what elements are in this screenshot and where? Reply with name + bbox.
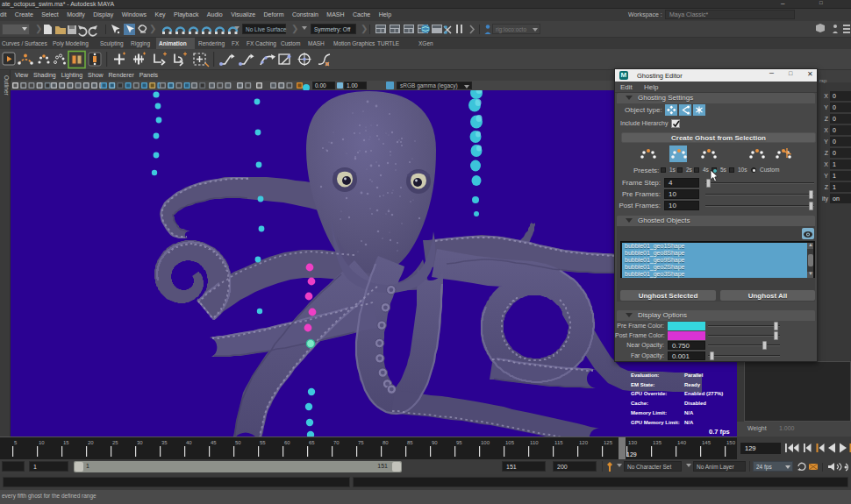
svg-text:70: 70 bbox=[333, 440, 340, 445]
svg-text:125: 125 bbox=[604, 440, 613, 445]
svg-text:120: 120 bbox=[579, 440, 589, 445]
svg-text:65: 65 bbox=[309, 440, 315, 445]
svg-text:55: 55 bbox=[260, 440, 266, 445]
svg-text:35: 35 bbox=[161, 440, 168, 445]
svg-text:25: 25 bbox=[112, 440, 118, 445]
svg-text:45: 45 bbox=[211, 440, 217, 445]
svg-text:115: 115 bbox=[554, 440, 563, 445]
svg-text:150: 150 bbox=[726, 440, 736, 445]
svg-text:95: 95 bbox=[456, 440, 462, 445]
svg-text:110: 110 bbox=[530, 440, 539, 445]
svg-text:130: 130 bbox=[628, 440, 638, 445]
svg-text:15: 15 bbox=[63, 440, 69, 445]
svg-text:40: 40 bbox=[186, 440, 192, 445]
svg-text:90: 90 bbox=[432, 440, 438, 445]
svg-text:145: 145 bbox=[702, 440, 712, 445]
svg-text:20: 20 bbox=[88, 440, 94, 445]
svg-text:85: 85 bbox=[407, 440, 413, 445]
svg-text:140: 140 bbox=[677, 440, 687, 445]
svg-text:30: 30 bbox=[137, 440, 143, 445]
svg-text:75: 75 bbox=[358, 440, 364, 445]
svg-text:135: 135 bbox=[653, 440, 662, 445]
svg-text:50: 50 bbox=[235, 440, 241, 445]
svg-text:129: 129 bbox=[626, 451, 637, 458]
svg-text:10: 10 bbox=[39, 440, 45, 445]
svg-text:100: 100 bbox=[481, 440, 490, 445]
svg-text:105: 105 bbox=[505, 440, 515, 445]
svg-text:80: 80 bbox=[383, 440, 389, 445]
svg-text:60: 60 bbox=[284, 440, 290, 445]
